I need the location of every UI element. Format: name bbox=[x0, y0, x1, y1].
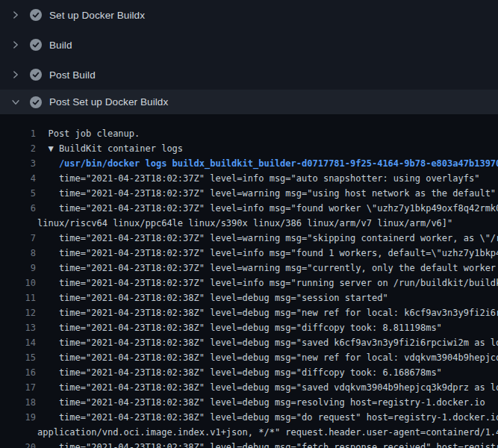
log-line: 19 time="2021-04-23T18:02:38Z" level=deb… bbox=[0, 410, 498, 425]
log-line-text: time="2021-04-23T18:02:38Z" level=debug … bbox=[37, 440, 498, 448]
log-line: 15 time="2021-04-23T18:02:38Z" level=deb… bbox=[0, 350, 498, 365]
check-circle-icon bbox=[30, 96, 42, 108]
line-number[interactable]: 9 bbox=[0, 261, 36, 276]
line-number[interactable]: 4 bbox=[0, 171, 36, 186]
log-line-text: time="2021-04-23T18:02:38Z" level=debug … bbox=[37, 395, 498, 410]
log-line: 11 time="2021-04-23T18:02:38Z" level=deb… bbox=[0, 290, 498, 305]
line-number[interactable]: 15 bbox=[0, 350, 36, 365]
chevron-right-icon bbox=[10, 39, 22, 51]
line-number[interactable]: 10 bbox=[0, 276, 36, 290]
log-line-text: time="2021-04-23T18:02:37Z" level=info m… bbox=[37, 276, 498, 290]
log-viewer: 1 Post job cleanup. 2 ▼ BuildKit contain… bbox=[0, 114, 498, 448]
workflow-log-panel: Set up Docker Buildx Build Post Buil bbox=[0, 0, 498, 448]
log-line: linux/riscv64 linux/ppc64le linux/s390x … bbox=[0, 216, 498, 231]
step-row[interactable]: Post Set up Docker Buildx bbox=[0, 90, 498, 114]
line-number bbox=[0, 216, 36, 231]
line-number[interactable]: 18 bbox=[0, 395, 36, 410]
line-number[interactable]: 17 bbox=[0, 380, 36, 395]
log-line-text: linux/riscv64 linux/ppc64le linux/s390x … bbox=[37, 216, 498, 231]
log-line-text: time="2021-04-23T18:02:38Z" level=debug … bbox=[37, 335, 498, 350]
log-line-text: time="2021-04-23T18:02:38Z" level=debug … bbox=[37, 320, 498, 335]
line-number[interactable]: 6 bbox=[0, 201, 36, 216]
log-line: 17 time="2021-04-23T18:02:38Z" level=deb… bbox=[0, 380, 498, 395]
line-number[interactable]: 13 bbox=[0, 320, 36, 335]
step-title: Post Set up Docker Buildx bbox=[49, 96, 168, 108]
log-line: 6 time="2021-04-23T18:02:37Z" level=info… bbox=[0, 201, 498, 216]
log-line-text: time="2021-04-23T18:02:37Z" level=info m… bbox=[37, 246, 498, 261]
log-line: 5 time="2021-04-23T18:02:37Z" level=warn… bbox=[0, 186, 498, 201]
check-circle-icon bbox=[30, 39, 42, 51]
line-number[interactable]: 1 bbox=[0, 126, 36, 141]
log-line: 2 ▼ BuildKit container logs bbox=[0, 141, 498, 156]
line-number[interactable]: 2 bbox=[0, 141, 36, 156]
log-line: 16 time="2021-04-23T18:02:38Z" level=deb… bbox=[0, 365, 498, 380]
log-line-text: Post job cleanup. bbox=[37, 126, 498, 141]
line-number[interactable]: 11 bbox=[0, 290, 36, 305]
line-number[interactable]: 12 bbox=[0, 305, 36, 320]
log-line: 12 time="2021-04-23T18:02:38Z" level=deb… bbox=[0, 305, 498, 320]
log-line: 13 time="2021-04-23T18:02:38Z" level=deb… bbox=[0, 320, 498, 335]
log-line: 9 time="2021-04-23T18:02:37Z" level=warn… bbox=[0, 261, 498, 276]
steps-list: Set up Docker Buildx Build Post Buil bbox=[0, 0, 498, 114]
line-number bbox=[0, 425, 36, 440]
log-line-text: application/vnd.oci.image.index.v1+json,… bbox=[37, 425, 498, 440]
log-line-text: time="2021-04-23T18:02:38Z" level=debug … bbox=[37, 305, 498, 320]
chevron-right-icon bbox=[10, 9, 22, 21]
line-number[interactable]: 7 bbox=[0, 231, 36, 246]
chevron-down-icon bbox=[10, 96, 22, 108]
line-number[interactable]: 16 bbox=[0, 365, 36, 380]
step-title: Build bbox=[49, 40, 72, 51]
step-title: Set up Docker Buildx bbox=[49, 10, 145, 21]
log-line-text: time="2021-04-23T18:02:37Z" level=info m… bbox=[37, 201, 498, 216]
log-line-text: time="2021-04-23T18:02:38Z" level=debug … bbox=[37, 410, 498, 425]
line-number[interactable]: 14 bbox=[0, 335, 36, 350]
log-line-text: time="2021-04-23T18:02:37Z" level=info m… bbox=[37, 171, 498, 186]
log-line: 10 time="2021-04-23T18:02:37Z" level=inf… bbox=[0, 276, 498, 290]
line-number[interactable]: 3 bbox=[0, 156, 36, 171]
line-number[interactable]: 8 bbox=[0, 246, 36, 261]
line-number[interactable]: 19 bbox=[0, 410, 36, 425]
log-line-text: time="2021-04-23T18:02:38Z" level=debug … bbox=[37, 380, 498, 395]
step-row[interactable]: Post Build bbox=[0, 60, 498, 90]
step-row[interactable]: Build bbox=[0, 30, 498, 60]
log-line: 8 time="2021-04-23T18:02:37Z" level=info… bbox=[0, 246, 498, 261]
log-line: 3 /usr/bin/docker logs buildx_buildkit_b… bbox=[0, 156, 498, 171]
log-line: 20 time="2021-04-23T18:02:38Z" level=deb… bbox=[0, 440, 498, 448]
log-line: application/vnd.oci.image.index.v1+json,… bbox=[0, 425, 498, 440]
log-line: 4 time="2021-04-23T18:02:37Z" level=info… bbox=[0, 171, 498, 186]
line-number[interactable]: 20 bbox=[0, 440, 36, 448]
log-line-text: time="2021-04-23T18:02:37Z" level=warnin… bbox=[37, 261, 498, 276]
check-circle-icon bbox=[30, 69, 42, 81]
log-line-text: time="2021-04-23T18:02:37Z" level=warnin… bbox=[37, 186, 498, 201]
log-line-text: /usr/bin/docker logs buildx_buildkit_bui… bbox=[37, 156, 498, 171]
log-line-text: time="2021-04-23T18:02:38Z" level=debug … bbox=[37, 365, 498, 380]
step-row[interactable]: Set up Docker Buildx bbox=[0, 0, 498, 30]
line-number[interactable]: 5 bbox=[0, 186, 36, 201]
chevron-right-icon bbox=[10, 69, 22, 81]
log-line: 18 time="2021-04-23T18:02:38Z" level=deb… bbox=[0, 395, 498, 410]
log-line: 14 time="2021-04-23T18:02:38Z" level=deb… bbox=[0, 335, 498, 350]
log-line: 1 Post job cleanup. bbox=[0, 126, 498, 141]
log-line-text: time="2021-04-23T18:02:38Z" level=debug … bbox=[37, 350, 498, 365]
check-circle-icon bbox=[30, 9, 42, 21]
log-group-toggle[interactable]: ▼ BuildKit container logs bbox=[37, 141, 498, 156]
step-title: Post Build bbox=[49, 69, 96, 81]
log-line: 7 time="2021-04-23T18:02:37Z" level=warn… bbox=[0, 231, 498, 246]
log-line-text: time="2021-04-23T18:02:38Z" level=debug … bbox=[37, 290, 498, 305]
log-line-text: time="2021-04-23T18:02:37Z" level=warnin… bbox=[37, 231, 498, 246]
